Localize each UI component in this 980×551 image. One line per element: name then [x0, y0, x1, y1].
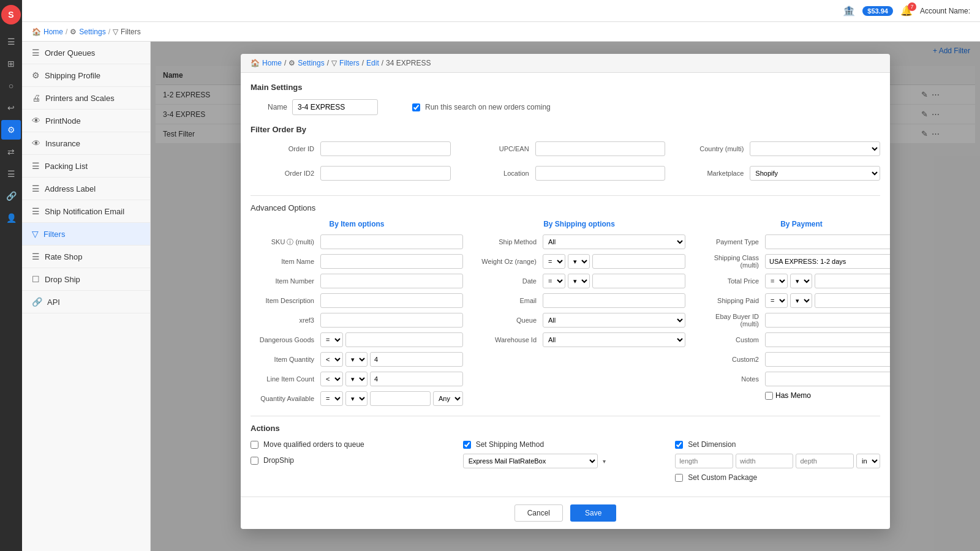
- balance-badge: $53.94: [862, 6, 893, 16]
- run-on-new-checkbox[interactable]: [412, 103, 420, 111]
- qty-avail-input[interactable]: [370, 391, 431, 406]
- sidebar-item-order-queues[interactable]: ☰ Order Queues: [22, 42, 150, 64]
- dangerous-goods-select[interactable]: =: [320, 332, 343, 347]
- nav-icon-4[interactable]: ↩: [1, 98, 21, 118]
- email-input[interactable]: [543, 293, 685, 308]
- custom-input[interactable]: [765, 332, 890, 347]
- building-icon[interactable]: 🏦: [843, 5, 855, 17]
- country-select[interactable]: [750, 141, 880, 156]
- payment-type-input[interactable]: [765, 234, 890, 249]
- sidebar-item-rate-shop[interactable]: ☰ Rate Shop: [22, 246, 150, 268]
- sidebar-item-filters[interactable]: ▽ Filters: [22, 223, 150, 246]
- sidebar-item-api[interactable]: 🔗 API: [22, 291, 150, 313]
- set-shipping-method-checkbox[interactable]: [463, 441, 471, 449]
- dimension-unit-select[interactable]: in: [856, 454, 880, 468]
- item-name-input[interactable]: [320, 254, 463, 269]
- shipping-paid-op2[interactable]: ▾: [790, 293, 812, 308]
- total-price-input[interactable]: [815, 274, 890, 288]
- filters-icon: ▽: [32, 229, 39, 239]
- nav-icon-5[interactable]: ⇄: [1, 142, 21, 162]
- modal-bc-filters[interactable]: Filters: [339, 59, 360, 67]
- date-input[interactable]: [592, 274, 685, 288]
- item-quantity-op2[interactable]: ▾: [345, 352, 368, 367]
- move-to-queue-checkbox[interactable]: [251, 441, 258, 449]
- set-custom-package-checkbox[interactable]: [675, 474, 683, 482]
- sidebar-item-ship-notification[interactable]: ☰ Ship Notification Email: [22, 200, 150, 223]
- date-label: Date: [473, 277, 540, 285]
- item-description-input[interactable]: [320, 293, 463, 308]
- line-item-count-input[interactable]: [370, 372, 463, 386]
- ship-method-select[interactable]: All: [543, 234, 685, 249]
- shipping-method-dropdown[interactable]: Express Mail FlatRateBox: [463, 454, 598, 468]
- total-price-op2[interactable]: ▾: [790, 274, 812, 288]
- has-memo-checkbox[interactable]: [765, 392, 773, 400]
- date-op[interactable]: =: [543, 274, 565, 288]
- save-button[interactable]: Save: [570, 504, 616, 522]
- xref3-input[interactable]: [320, 313, 463, 328]
- nav-icon-1[interactable]: ☰: [1, 32, 21, 51]
- nav-icon-user[interactable]: 👤: [1, 208, 21, 228]
- item-quantity-input[interactable]: [370, 352, 463, 367]
- notification-bell[interactable]: 🔔 7: [900, 5, 913, 17]
- ebay-buyer-id-input[interactable]: [765, 313, 890, 328]
- shipping-paid-input[interactable]: [815, 293, 890, 308]
- marketplace-select[interactable]: Shopify: [750, 166, 880, 181]
- modal-bc-home[interactable]: Home: [262, 59, 282, 67]
- warehouse-id-select[interactable]: All: [543, 332, 685, 347]
- sidebar-item-packing-list[interactable]: ☰ Packing List: [22, 155, 150, 178]
- qty-avail-op[interactable]: =: [320, 391, 343, 406]
- breadcrumb-home[interactable]: Home: [43, 28, 63, 36]
- upc-ean-input[interactable]: [535, 141, 666, 156]
- total-price-op[interactable]: =: [765, 274, 788, 288]
- dangerous-goods-input[interactable]: [345, 332, 463, 347]
- line-item-count-op[interactable]: <: [320, 372, 343, 386]
- notification-count: 7: [908, 2, 916, 11]
- dimension-depth-input[interactable]: [796, 454, 854, 468]
- qty-avail-op2[interactable]: ▾: [345, 391, 368, 406]
- modal-bc-settings-icon: ⚙: [288, 59, 295, 67]
- shipping-paid-op[interactable]: =: [765, 293, 788, 308]
- nav-icon-3[interactable]: ○: [1, 76, 21, 96]
- sidebar-item-shipping-profile[interactable]: ⚙ Shipping Profile: [22, 64, 150, 87]
- by-payment-header: By Payment: [695, 220, 890, 228]
- item-quantity-op[interactable]: <: [320, 352, 343, 367]
- sku-input[interactable]: [320, 234, 463, 249]
- nav-icon-2[interactable]: ⊞: [1, 54, 21, 73]
- dimension-length-input[interactable]: [675, 454, 733, 468]
- notes-label: Notes: [695, 375, 763, 383]
- notes-input[interactable]: [765, 372, 890, 386]
- by-item-header: By Item options: [251, 220, 463, 228]
- set-dimension-checkbox[interactable]: [675, 441, 683, 449]
- weight-op[interactable]: =: [543, 254, 565, 269]
- name-input[interactable]: [292, 99, 378, 115]
- line-item-count-op2[interactable]: ▾: [345, 372, 368, 386]
- top-header: 🏦 $53.94 🔔 7 Account Name:: [22, 0, 980, 22]
- sidebar-item-printers-scales[interactable]: 🖨 Printers and Scales: [22, 87, 150, 110]
- line-item-count-label: Line Item Count: [251, 375, 318, 383]
- sidebar-item-printnode[interactable]: 👁 PrintNode: [22, 110, 150, 132]
- shipping-class-input[interactable]: [765, 254, 890, 269]
- drop-ship-checkbox[interactable]: [251, 457, 258, 465]
- order-id2-input[interactable]: [320, 166, 451, 181]
- location-input[interactable]: [535, 166, 666, 181]
- sidebar-item-insurance[interactable]: 👁 Insurance: [22, 132, 150, 155]
- cancel-button[interactable]: Cancel: [514, 504, 563, 522]
- modal-bc-settings[interactable]: Settings: [298, 59, 324, 67]
- qty-avail-any[interactable]: Any: [433, 391, 463, 406]
- nav-icon-settings[interactable]: ⚙: [1, 120, 21, 140]
- weight-op2[interactable]: ▾: [568, 254, 590, 269]
- sidebar-item-drop-ship[interactable]: ☐ Drop Ship: [22, 268, 150, 291]
- item-number-input[interactable]: [320, 274, 463, 288]
- breadcrumb-settings[interactable]: Settings: [79, 28, 105, 36]
- queue-select[interactable]: All: [543, 313, 685, 328]
- custom2-input[interactable]: [765, 352, 890, 367]
- date-op2[interactable]: ▾: [568, 274, 590, 288]
- breadcrumb-settings-icon: ⚙: [70, 28, 77, 36]
- sidebar-item-address-label[interactable]: ☰ Address Label: [22, 178, 150, 200]
- dimension-width-input[interactable]: [736, 454, 794, 468]
- weight-oz-input[interactable]: [592, 254, 685, 269]
- order-id-input[interactable]: [320, 141, 451, 156]
- nav-icon-6[interactable]: ☰: [1, 164, 21, 184]
- nav-icon-7[interactable]: 🔗: [1, 186, 21, 206]
- modal-bc-action[interactable]: Edit: [366, 59, 379, 67]
